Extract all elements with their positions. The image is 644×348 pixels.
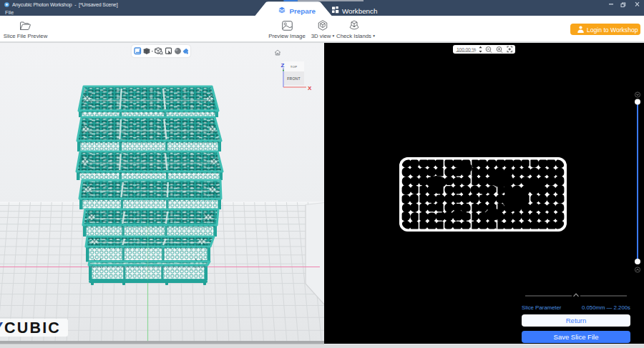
svg-text:Y: Y [0, 319, 3, 337]
svg-text:X: X [308, 85, 312, 91]
svg-text:CUBIC: CUBIC [4, 319, 61, 337]
svg-text:Z: Z [281, 62, 285, 69]
